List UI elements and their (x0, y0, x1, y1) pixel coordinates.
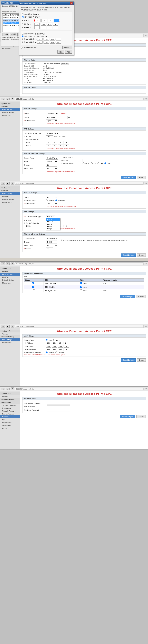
subnet-field-2[interactable] (41, 23, 46, 26)
manual-dns-radio[interactable] (22, 36, 24, 37)
gateway-field-2[interactable] (41, 26, 46, 29)
tcpip-close-button[interactable]: ✕ (70, 2, 72, 4)
gateway-field-3[interactable] (47, 26, 52, 29)
reset-btn-3[interactable]: Reset (137, 176, 146, 179)
sidebar-7-sysinfo[interactable]: System Info (0, 392, 20, 395)
back-btn-7[interactable]: ◄ (1, 388, 5, 390)
sidebar-4-sysinfo[interactable]: System Info (0, 186, 20, 189)
sidebar-5-sysinfo[interactable]: System Info (0, 267, 20, 270)
dns2-f1[interactable] (46, 144, 51, 147)
sub-6-f1[interactable] (46, 345, 51, 348)
ssid-input-3[interactable] (46, 116, 68, 119)
sidebar-3-network[interactable]: Network Settings (0, 111, 20, 114)
sidebar-7-network[interactable]: Network Settings (0, 398, 20, 401)
back-btn-6[interactable]: ◄ (1, 325, 5, 328)
dns1-f4[interactable] (64, 141, 69, 144)
vap-wan-check-2[interactable] (80, 286, 82, 288)
span-disabled-radio-6[interactable] (46, 351, 48, 353)
subnet-field-1[interactable] (34, 23, 40, 26)
ip-field-2[interactable] (42, 19, 47, 22)
url-bar-7[interactable]: 192.168.0.1/cgi-bin/login (15, 388, 144, 390)
vap-check-2[interactable] (32, 286, 34, 288)
sidebar-7-maintenance-sub[interactable]: Maintenance (0, 421, 20, 424)
refresh-btn-4[interactable]: ⟳ (11, 182, 14, 184)
country-select-4[interactable]: Brazil (BR) (46, 237, 58, 240)
gw-6-f4[interactable] (64, 348, 69, 351)
reset-btn-4[interactable]: Reset (137, 254, 146, 257)
mode-select-3[interactable]: AP Station WDS AP Repeater (46, 112, 58, 115)
validate-checkbox[interactable] (20, 46, 22, 48)
manual-ip-radio-row[interactable]: 使用下面的 IP 地址(S): (22, 16, 71, 18)
sidebar-7-syslog[interactable]: System Log (0, 407, 20, 410)
sidebar-7-qos[interactable]: QoS (0, 418, 20, 421)
save-btn-7[interactable]: Save Changes (120, 415, 135, 418)
subnet-field-4[interactable] (53, 23, 58, 26)
ip-6-f2[interactable] (52, 342, 57, 344)
wan-opt-pppoe2[interactable]: PPPoE (46, 225, 60, 228)
dns2-f3[interactable] (58, 144, 63, 147)
sidebar-4-basic[interactable]: Basic Settings (0, 192, 20, 195)
sidebar-4-network[interactable]: Network Settings (0, 198, 20, 201)
tcpip-cancel-button[interactable]: 取消 (65, 50, 72, 54)
sub-6-f4[interactable] (64, 345, 69, 348)
sidebar-7-maintenance[interactable]: Maintenance (0, 401, 20, 404)
dns1-f2[interactable] (52, 141, 57, 144)
subnet-field-3[interactable] (47, 23, 52, 26)
sidebar-6-lan[interactable]: LAN Settings (0, 338, 20, 341)
ssid-scan-icon[interactable]: ⊕ (68, 116, 70, 119)
distance-input-4[interactable] (46, 248, 53, 250)
alt-dns-2[interactable] (44, 41, 49, 44)
sidebar-6-network[interactable]: Network Settings (0, 335, 20, 338)
back-btn-5[interactable]: ◄ (1, 262, 5, 265)
sidebar-6-wireless[interactable]: Wireless (0, 332, 20, 335)
wan-opt-dhcp[interactable]: DHCP (46, 218, 60, 221)
save-btn-6[interactable]: Save Changes (121, 358, 136, 362)
refresh-btn-3[interactable]: ⟳ (11, 98, 14, 100)
confirm-password-input[interactable] (47, 409, 70, 412)
wan-type-current-4[interactable]: DHCP ▼ (46, 215, 55, 218)
sidebar-5-wireless[interactable]: Wireless (0, 270, 20, 273)
pref-dns-2[interactable] (44, 38, 49, 40)
ip-field-4[interactable] (54, 19, 59, 22)
tcpip-ok-button[interactable]: 确定 (58, 50, 64, 54)
vap-wan-check-1[interactable] (80, 282, 82, 284)
url-bar-4[interactable]: 192.168.0.1/cgi-bin/login (15, 182, 144, 184)
mtu-input-3[interactable] (46, 136, 53, 138)
dropoff-button[interactable]: Drop off (62, 63, 68, 65)
dns2-f2[interactable] (52, 144, 57, 147)
sidebar-7-wireless[interactable]: Wireless (0, 395, 20, 398)
wan-opt-static[interactable]: Static IP (46, 221, 60, 223)
static-radio-6[interactable] (46, 339, 48, 341)
sidebar-5-network[interactable]: Network Settings (0, 278, 20, 282)
txrx-select-4[interactable]: 1x1 (46, 244, 57, 247)
country-select-3[interactable]: Brazil (BR) (46, 157, 58, 160)
auto-ip-radio-row[interactable]: 自动获取 IP 地址(O) (22, 13, 71, 16)
auth-select-3[interactable]: Open WPA WPA2 (46, 119, 57, 122)
channel-select-4[interactable]: 2.4GHz (46, 240, 57, 244)
wan-type-select-3[interactable]: WDS Bridge DHCP Static IP (46, 132, 59, 135)
mode-select-4[interactable]: AP (46, 196, 57, 199)
dns1-f3[interactable] (58, 141, 63, 144)
sidebar-7-timezone[interactable]: Time Zone Settings (0, 404, 20, 407)
fwd-btn-5[interactable]: ► (6, 262, 10, 265)
sidebar-4-multipoint[interactable]: MultiPoint (0, 195, 20, 198)
sidebar-item-maintenance[interactable]: Maintenance (0, 47, 20, 50)
ip-6-f1[interactable] (46, 342, 51, 344)
back-btn-3[interactable]: ◄ (1, 98, 5, 100)
pref-dns-4[interactable] (56, 38, 61, 40)
uninstall-button[interactable]: 卸载(U) (10, 33, 17, 36)
wan-type-dropdown-4[interactable]: DHCP ▼ DHCP Static IP PPPOE PPPoE Bridge (46, 215, 56, 218)
wan-dropdown-list-4[interactable]: DHCP Static IP PPPOE PPPoE Bridge (46, 218, 60, 230)
sidebar-3-sysinfo[interactable]: System Info (0, 102, 20, 105)
sidebar-3-wireless[interactable]: Wireless (0, 105, 20, 108)
span-enabled-radio-6[interactable] (56, 351, 57, 353)
vap-check-1[interactable] (32, 282, 34, 284)
sidebar-5-maintenance[interactable]: Maintenance (0, 282, 20, 284)
save-btn-3[interactable]: Save Changes (121, 176, 136, 179)
sidebar-7-backup[interactable]: Backup/Restore (0, 412, 20, 415)
dns1-4-f4[interactable] (64, 225, 69, 227)
back-btn-4[interactable]: ◄ (1, 182, 5, 184)
refresh-btn-6[interactable]: ⟳ (11, 325, 14, 328)
auto-ip-radio[interactable] (22, 13, 24, 15)
sidebar-5-multipoint[interactable]: MultiPoint (0, 276, 20, 278)
